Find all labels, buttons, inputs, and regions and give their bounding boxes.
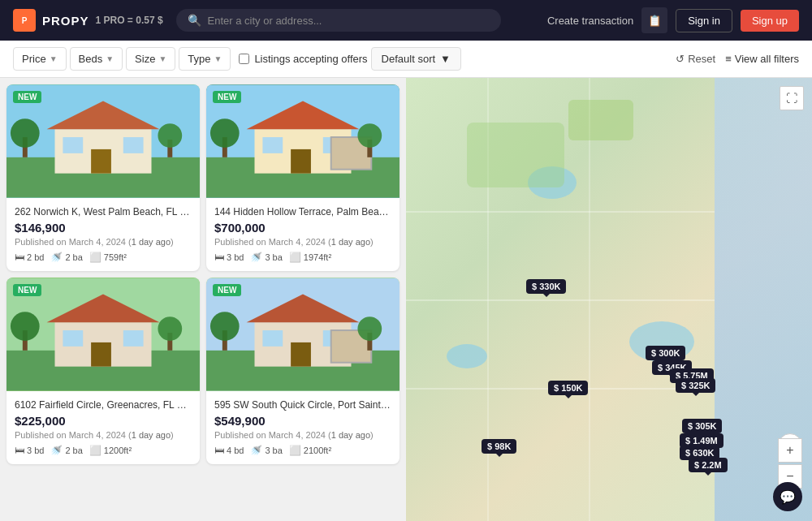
logo-icon: P [13, 9, 36, 32]
size-icon: ⬜ [89, 252, 102, 263]
card-date-ago: 1 day ago [331, 430, 370, 440]
card-address: 262 Norwich K, West Palm Beach, FL 33... [15, 206, 192, 217]
beds-stat: 🛏 4 bd [214, 445, 244, 456]
type-filter[interactable]: Type ▼ [179, 47, 231, 71]
card-date-ago: 1 day ago [331, 237, 370, 247]
card-date: Published on March 4, 2024 (1 day ago) [15, 237, 192, 247]
card-image: NEW [6, 84, 200, 198]
notifications-button[interactable]: 📋 [641, 7, 667, 33]
view-all-filters-button[interactable]: ≡ View all filters [725, 53, 799, 65]
listings-panel: NEW [0, 78, 406, 521]
filter-bar: Price ▼ Beds ▼ Size ▼ Type ▼ Listings ac… [0, 41, 812, 78]
card-date-ago: 1 day ago [132, 430, 171, 440]
map-price-pin[interactable]: $ 300K [646, 346, 685, 360]
beds-stat: 🛏 2 bd [15, 252, 44, 263]
filter-lines-icon: ≡ [725, 53, 732, 65]
svg-point-10 [158, 123, 182, 148]
map-fullscreen-button[interactable]: ⛶ [780, 86, 804, 110]
header-actions: Create transaction 📋 Sign in Sign up [547, 7, 799, 33]
map-zoom-controls: + − [778, 438, 802, 489]
card-price: $146,900 [15, 221, 192, 235]
main-content: NEW [0, 78, 812, 521]
reset-label: Reset [688, 53, 715, 65]
svg-point-21 [210, 118, 240, 148]
bath-icon: 🚿 [50, 445, 63, 456]
baths-value: 2 ba [65, 446, 82, 455]
svg-rect-6 [123, 137, 144, 153]
size-value: 759ft² [104, 252, 127, 262]
map-price-pin[interactable]: $ 305K [682, 419, 722, 433]
baths-stat: 🚿 3 ba [250, 252, 282, 263]
svg-rect-15 [291, 149, 311, 174]
search-input[interactable] [208, 15, 490, 27]
sort-button[interactable]: Default sort ▼ [371, 47, 461, 71]
listings-checkbox-label[interactable]: Listings accepting offers [239, 53, 367, 65]
card-body: 6102 Fairfield Circle, Greenacres, FL 33… [6, 391, 200, 464]
size-filter[interactable]: Size ▼ [126, 47, 175, 71]
map-panel[interactable]: $ 330K$ 300K$ 345K$ 5.75M$ 325K$ 150K$ 3… [406, 78, 812, 521]
card-stats: 🛏 2 bd 🚿 2 ba ⬜ 759ft² [15, 252, 192, 263]
listings-checkbox[interactable] [239, 54, 249, 64]
baths-value: 3 ba [265, 252, 282, 262]
card-address: 144 Hidden Hollow Terrace, Palm Beach ..… [214, 206, 391, 217]
svg-rect-16 [262, 137, 283, 153]
bed-icon: 🛏 [214, 445, 224, 456]
svg-rect-29 [63, 330, 83, 347]
map-zoom-in-button[interactable]: + [778, 438, 802, 463]
map-price-pin[interactable]: $ 2.2M [689, 458, 728, 472]
map-price-pin[interactable]: $ 150K [548, 381, 588, 395]
listing-card[interactable]: NEW [206, 84, 400, 271]
sign-up-button[interactable]: Sign up [741, 10, 799, 32]
beds-label: Beds [79, 53, 103, 65]
map-price-pin[interactable]: $ 325K [676, 378, 715, 393]
size-stat: ⬜ 1200ft² [89, 445, 132, 456]
beds-filter[interactable]: Beds ▼ [70, 47, 123, 71]
svg-rect-39 [291, 342, 311, 367]
size-stat: ⬜ 2100ft² [289, 445, 331, 456]
card-stats: 🛏 3 bd 🚿 3 ba ⬜ 1974ft² [214, 252, 391, 263]
search-bar[interactable]: 🔍 [176, 9, 501, 32]
size-stat: ⬜ 1974ft² [289, 252, 331, 263]
svg-point-23 [357, 123, 382, 148]
bed-icon: 🛏 [15, 252, 24, 263]
card-stats: 🛏 4 bd 🚿 3 ba ⬜ 2100ft² [214, 445, 391, 456]
new-badge: NEW [213, 284, 241, 296]
sort-label: Default sort [382, 53, 435, 65]
beds-value: 4 bd [227, 446, 244, 455]
sign-in-button[interactable]: Sign in [676, 9, 732, 32]
bath-icon: 🚿 [50, 252, 63, 263]
beds-value: 2 bd [27, 252, 44, 262]
size-chevron: ▼ [158, 54, 166, 63]
size-icon: ⬜ [289, 445, 301, 456]
reset-button[interactable]: ↺ Reset [676, 53, 715, 65]
card-price: $549,900 [214, 414, 391, 428]
card-price: $700,000 [214, 221, 391, 235]
card-date-ago: 1 day ago [132, 237, 171, 247]
price-filter[interactable]: Price ▼ [13, 47, 67, 71]
card-date: Published on March 4, 2024 (1 day ago) [15, 430, 192, 440]
card-price: $225,000 [15, 414, 192, 428]
baths-stat: 🚿 3 ba [250, 445, 282, 456]
type-chevron: ▼ [214, 54, 222, 63]
baths-value: 3 ba [265, 446, 282, 455]
svg-point-45 [210, 312, 240, 341]
baths-stat: 🚿 2 ba [50, 252, 82, 263]
listing-card[interactable]: NEW [206, 278, 400, 464]
pro-badge: 1 PRO = 0.57 $ [96, 15, 163, 26]
baths-stat: 🚿 2 ba [50, 445, 82, 456]
map-price-pin[interactable]: $ 98K [482, 439, 516, 454]
reset-icon: ↺ [676, 53, 685, 65]
svg-rect-4 [91, 149, 111, 174]
new-badge: NEW [13, 284, 41, 296]
map-chat-button[interactable]: 💬 [773, 482, 802, 511]
card-body: 262 Norwich K, West Palm Beach, FL 33...… [6, 198, 200, 271]
listing-card[interactable]: NEW [6, 278, 200, 464]
listings-checkbox-text: Listings accepting offers [254, 53, 367, 65]
view-filters-label: View all filters [735, 53, 799, 65]
card-date: Published on March 4, 2024 (1 day ago) [214, 430, 391, 440]
create-transaction-link[interactable]: Create transaction [547, 15, 633, 27]
listing-card[interactable]: NEW [6, 84, 200, 271]
map-price-pin[interactable]: $ 330K [526, 279, 566, 294]
baths-value: 2 ba [65, 252, 82, 262]
card-date: Published on March 4, 2024 (1 day ago) [214, 237, 391, 247]
